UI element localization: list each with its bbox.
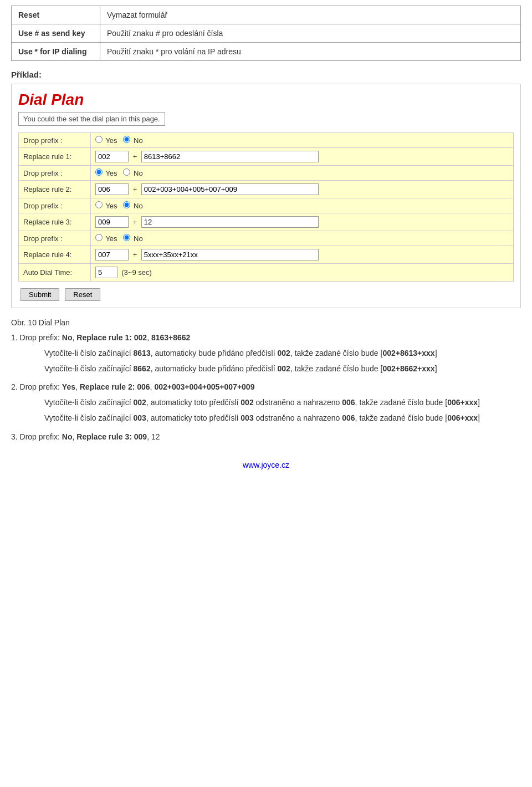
no-label: No	[134, 234, 143, 243]
replace-left-input[interactable]	[95, 151, 129, 162]
dial-plan-row: Replace rule 2: +	[19, 181, 514, 198]
description-line: Vytočíte-li číslo začínající 002, automa…	[44, 396, 521, 410]
main-table-left: Use # as send key	[12, 24, 100, 43]
dial-plan-row: Drop prefix : Yes No	[19, 198, 514, 213]
replace-rule-label: Replace rule 1:	[19, 148, 91, 166]
replace-rule-label: Replace rule 4:	[19, 246, 91, 264]
description-item-title: 2. Drop prefix: Yes, Replace rule 2: 006…	[11, 381, 521, 394]
obr-label: Obr. 10 Dial Plan	[11, 318, 521, 327]
yes-label: Yes	[105, 169, 117, 177]
yes-radio-6[interactable]	[95, 234, 103, 241]
yes-label: Yes	[105, 202, 117, 210]
description-item: 1. Drop prefix: No, Replace rule 1: 002,…	[11, 331, 521, 375]
dial-plan-subtitle: You could the set the dial plan in this …	[18, 112, 165, 126]
auto-dial-input[interactable]	[95, 267, 117, 278]
auto-dial-value: (3~9 sec)	[91, 264, 514, 282]
description-item-title: 1. Drop prefix: No, Replace rule 1: 002,…	[11, 331, 521, 345]
dial-plan-row: Drop prefix : Yes No	[19, 133, 514, 148]
plus-sign: +	[133, 251, 137, 259]
yes-label: Yes	[105, 136, 117, 145]
main-table-row: Use * for IP dialing Použití znaku * pro…	[12, 43, 521, 61]
no-radio-4[interactable]	[123, 201, 130, 208]
yes-label: Yes	[105, 234, 117, 243]
drop-prefix-options: Yes No	[91, 133, 514, 148]
dial-plan-title: Dial Plan	[18, 91, 514, 109]
description-line: Vytočíte-li číslo začínající 8662, autom…	[44, 362, 521, 376]
priklad-label: Příklad:	[11, 70, 521, 79]
auto-dial-label: Auto Dial Time:	[19, 264, 91, 282]
footer-link[interactable]: www.joyce.cz	[243, 461, 289, 469]
footer: www.joyce.cz	[11, 461, 521, 469]
no-radio-2[interactable]	[123, 168, 130, 176]
dial-plan-form-table: Drop prefix : Yes No Replace rule 1: + D…	[18, 132, 514, 282]
replace-right-input[interactable]	[141, 216, 319, 228]
main-table-right: Použití znaku * pro volání na IP adresu	[100, 43, 521, 61]
drop-prefix-options: Yes No	[91, 231, 514, 246]
no-label: No	[134, 169, 143, 177]
yes-radio-0[interactable]	[95, 136, 103, 143]
yes-radio-4[interactable]	[95, 201, 103, 208]
main-table-row: Use # as send key Použití znaku # pro od…	[12, 24, 521, 43]
dial-plan-row: Drop prefix : Yes No	[19, 231, 514, 246]
yes-radio-2[interactable]	[95, 168, 103, 176]
main-table-right: Vymazat formulář	[100, 6, 521, 24]
description-item-title: 3. Drop prefix: No, Replace rule 3: 009,…	[11, 431, 521, 444]
dial-plan-row: Replace rule 1: +	[19, 148, 514, 166]
drop-prefix-label: Drop prefix :	[19, 133, 91, 148]
drop-prefix-options: Yes No	[91, 166, 514, 181]
dial-plan-row: Replace rule 4: +	[19, 246, 514, 264]
description-section: Obr. 10 Dial Plan 1. Drop prefix: No, Re…	[11, 318, 521, 444]
replace-left-input[interactable]	[95, 183, 129, 195]
no-radio-6[interactable]	[123, 234, 130, 241]
main-table-left: Use * for IP dialing	[12, 43, 100, 61]
drop-prefix-label: Drop prefix :	[19, 198, 91, 213]
replace-rule-value: +	[91, 246, 514, 264]
plus-sign: +	[133, 185, 137, 193]
form-buttons-row: Submit Reset	[18, 288, 514, 301]
description-item: 2. Drop prefix: Yes, Replace rule 2: 006…	[11, 381, 521, 425]
no-radio-0[interactable]	[123, 136, 130, 143]
description-item: 3. Drop prefix: No, Replace rule 3: 009,…	[11, 431, 521, 444]
no-label: No	[134, 136, 143, 145]
dial-plan-box: Dial Plan You could the set the dial pla…	[11, 84, 521, 308]
drop-prefix-options: Yes No	[91, 198, 514, 213]
replace-rule-value: +	[91, 181, 514, 198]
description-line: Vytočíte-li číslo začínající 8613, autom…	[44, 347, 521, 360]
main-info-table: Reset Vymazat formulář Use # as send key…	[11, 6, 521, 61]
replace-rule-value: +	[91, 148, 514, 166]
replace-left-input[interactable]	[95, 249, 129, 260]
replace-right-input[interactable]	[141, 183, 319, 195]
dial-plan-row: Replace rule 3: +	[19, 213, 514, 231]
main-table-left: Reset	[12, 6, 100, 24]
no-label: No	[134, 202, 143, 210]
plus-sign: +	[133, 218, 137, 226]
replace-right-input[interactable]	[141, 249, 319, 260]
plus-sign: +	[133, 152, 137, 161]
auto-dial-hint: (3~9 sec)	[120, 268, 152, 277]
drop-prefix-label: Drop prefix :	[19, 231, 91, 246]
replace-rule-label: Replace rule 2:	[19, 181, 91, 198]
description-line: Vytočíte-li číslo začínající 003, automa…	[44, 412, 521, 425]
replace-left-input[interactable]	[95, 216, 129, 228]
replace-right-input[interactable]	[141, 151, 319, 162]
reset-button[interactable]: Reset	[65, 288, 100, 301]
dial-plan-row: Drop prefix : Yes No	[19, 166, 514, 181]
drop-prefix-label: Drop prefix :	[19, 166, 91, 181]
submit-button[interactable]: Submit	[21, 288, 59, 301]
replace-rule-label: Replace rule 3:	[19, 213, 91, 231]
replace-rule-value: +	[91, 213, 514, 231]
main-table-row: Reset Vymazat formulář	[12, 6, 521, 24]
main-table-right: Použití znaku # pro odeslání čísla	[100, 24, 521, 43]
dial-plan-row: Auto Dial Time: (3~9 sec)	[19, 264, 514, 282]
